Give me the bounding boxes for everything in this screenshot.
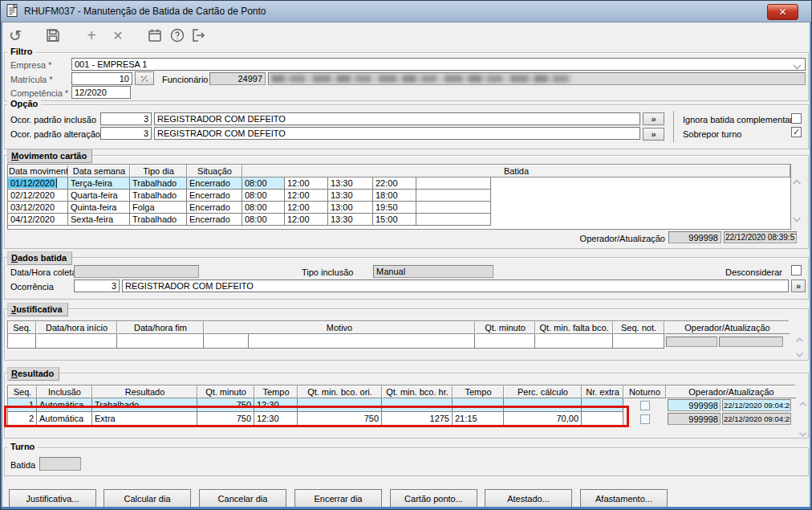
- ignora-batida-checkbox[interactable]: [791, 113, 802, 124]
- table-row[interactable]: 02/12/2020 Quarta-feira Trabalhado Encer…: [8, 190, 790, 202]
- cancelar-dia-button[interactable]: Cancelar dia: [199, 489, 286, 508]
- close-button[interactable]: ✕: [767, 4, 798, 20]
- cartao-ponto-button[interactable]: Cartão ponto...: [390, 489, 477, 508]
- cell[interactable]: [249, 334, 475, 349]
- chevron-down-icon[interactable]: [793, 62, 802, 71]
- cell[interactable]: 08:00: [242, 202, 285, 214]
- cell[interactable]: [582, 398, 623, 412]
- ocor-alteracao-more-button[interactable]: »: [643, 128, 664, 141]
- cell[interactable]: 12:30: [254, 398, 298, 412]
- cell-data-movimento[interactable]: 01/12/2020: [8, 177, 68, 190]
- scroll-down-icon[interactable]: [795, 349, 804, 359]
- cell[interactable]: 12:00: [285, 214, 328, 226]
- cell[interactable]: 13:30: [328, 177, 373, 190]
- cell[interactable]: [416, 177, 491, 190]
- cell[interactable]: Extra: [92, 412, 197, 426]
- cell[interactable]: 750: [298, 412, 382, 426]
- cell[interactable]: 12:00: [285, 202, 328, 214]
- cell[interactable]: [475, 334, 535, 349]
- cell[interactable]: Encerrado: [187, 177, 242, 190]
- afastamento-button[interactable]: Afastamento...: [580, 489, 668, 508]
- cell[interactable]: [36, 334, 117, 349]
- cell[interactable]: [535, 334, 613, 349]
- cell[interactable]: [382, 398, 453, 412]
- cell[interactable]: Trabalhado: [130, 214, 187, 226]
- cell[interactable]: [8, 334, 36, 349]
- table-row[interactable]: 2 Automática Extra 750 12:30 750 1275 21…: [8, 412, 794, 426]
- cell[interactable]: 03/12/2020: [8, 202, 68, 214]
- scroll-up-icon[interactable]: [795, 335, 804, 345]
- help-icon[interactable]: [168, 26, 187, 45]
- cell[interactable]: 02/12/2020: [8, 190, 68, 202]
- cell[interactable]: [613, 334, 664, 349]
- cell[interactable]: [453, 398, 504, 412]
- scroll-down-icon[interactable]: [798, 429, 807, 439]
- cell[interactable]: Quarta-feira: [68, 190, 130, 202]
- matricula-lookup-button[interactable]: [135, 71, 154, 85]
- scroll-up-icon[interactable]: [798, 399, 807, 409]
- delete-icon[interactable]: ✕: [108, 26, 128, 45]
- cell[interactable]: 04/12/2020: [8, 214, 68, 226]
- cell[interactable]: Sexta-feira: [68, 214, 130, 226]
- save-icon[interactable]: [43, 26, 63, 45]
- cell[interactable]: 13:00: [328, 202, 373, 214]
- cell[interactable]: 13:30: [328, 214, 373, 226]
- cell[interactable]: [204, 334, 249, 349]
- cell[interactable]: [117, 334, 204, 349]
- justificativa-button[interactable]: Justificativa...: [9, 489, 96, 508]
- encerrar-dia-button[interactable]: Encerrar dia: [294, 489, 382, 508]
- cell[interactable]: 18:00: [373, 190, 416, 202]
- calcular-dia-button[interactable]: Calcular dia: [104, 489, 191, 508]
- cell[interactable]: 13:30: [328, 190, 373, 202]
- cell[interactable]: Quinta-feira: [68, 202, 130, 214]
- matricula-input[interactable]: 10: [71, 72, 132, 85]
- scroll-down-icon[interactable]: [792, 214, 802, 224]
- atestado-button[interactable]: Atestado...: [485, 489, 572, 508]
- cell[interactable]: 12:00: [285, 190, 328, 202]
- noturno-checkbox[interactable]: [640, 414, 650, 424]
- ocor-alteracao-code-input[interactable]: 3: [100, 127, 152, 140]
- cell[interactable]: 19:50: [373, 202, 416, 214]
- cell[interactable]: Automática: [37, 398, 92, 412]
- exit-icon[interactable]: [189, 26, 208, 45]
- noturno-checkbox[interactable]: [640, 401, 650, 410]
- cell[interactable]: Terça-feira: [68, 177, 130, 190]
- cell[interactable]: 2: [8, 412, 37, 426]
- cell[interactable]: Trabalhado: [92, 398, 197, 412]
- ocorrencia-code-input[interactable]: 3: [74, 279, 120, 292]
- cell[interactable]: [504, 398, 582, 412]
- table-row[interactable]: 04/12/2020 Sexta-feira Trabalhado Encerr…: [8, 214, 790, 226]
- cell[interactable]: Trabalhado: [130, 190, 187, 202]
- ocor-inclusao-more-button[interactable]: »: [643, 112, 664, 125]
- cell[interactable]: 70,00: [504, 412, 582, 426]
- cell[interactable]: Encerrado: [187, 190, 242, 202]
- cell[interactable]: Folga: [130, 202, 187, 214]
- cell[interactable]: 12:00: [285, 177, 328, 190]
- add-icon[interactable]: +: [82, 26, 101, 45]
- cell[interactable]: 1275: [382, 412, 453, 426]
- cell[interactable]: Encerrado: [187, 214, 242, 226]
- cell[interactable]: 15:00: [373, 214, 416, 226]
- refresh-icon[interactable]: ↺: [6, 26, 25, 45]
- ocorrencia-more-button[interactable]: »: [791, 279, 806, 292]
- ocor-inclusao-code-input[interactable]: 3: [100, 112, 152, 125]
- ocorrencia-desc-input[interactable]: REGISTRADOR COM DEFEITO: [122, 279, 789, 292]
- cell[interactable]: 750: [197, 412, 254, 426]
- cell[interactable]: [298, 398, 382, 412]
- cell[interactable]: 1: [8, 398, 37, 412]
- cell[interactable]: 22:00: [373, 177, 416, 190]
- empresa-select[interactable]: 001 - EMPRESA 1: [71, 58, 806, 71]
- sobrepor-turno-checkbox[interactable]: ✓: [791, 127, 802, 137]
- cell[interactable]: 12:30: [254, 412, 298, 426]
- cell[interactable]: Encerrado: [187, 202, 242, 214]
- cell[interactable]: [416, 202, 491, 214]
- cell[interactable]: 08:00: [242, 190, 285, 202]
- cell[interactable]: [582, 412, 623, 426]
- ocor-inclusao-desc-input[interactable]: REGISTRADOR COM DEFEITO: [154, 112, 640, 125]
- calendar-icon[interactable]: [145, 26, 164, 45]
- table-row[interactable]: 01/12/2020 Terça-feira Trabalhado Encerr…: [8, 177, 790, 190]
- cell[interactable]: 750: [197, 398, 254, 412]
- cell[interactable]: [416, 190, 491, 202]
- cell[interactable]: Trabalhado: [130, 177, 187, 190]
- cell[interactable]: 21:15: [453, 412, 504, 426]
